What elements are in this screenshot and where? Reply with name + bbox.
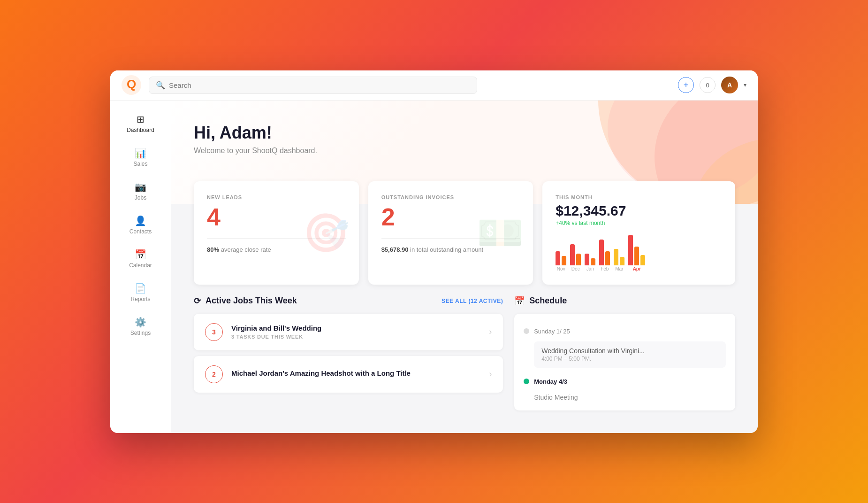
greeting-text: Hi, Adam! — [194, 123, 735, 143]
sidebar-label-reports: Reports — [130, 296, 150, 302]
gear-icon: ⚙️ — [135, 317, 146, 327]
search-input[interactable] — [169, 81, 470, 89]
schedule-event-0[interactable]: Wedding Consultation with Virgini... 4:0… — [534, 341, 726, 368]
schedule-event-1[interactable]: Studio Meeting — [534, 390, 726, 401]
job-badge-1: 2 — [205, 365, 223, 383]
user-menu-caret[interactable]: ▾ — [744, 82, 746, 88]
job-card-1[interactable]: 2 Michael Jordan's Amazing Headshot with… — [194, 356, 503, 393]
top-nav: Q 🔍 + 0 A ▾ — [110, 70, 758, 101]
sidebar-label-calendar: Calendar — [129, 262, 152, 269]
chart-label-mar: Mar — [615, 266, 623, 271]
sidebar-item-sales[interactable]: 📊 Sales — [114, 142, 167, 174]
see-all-link[interactable]: SEE ALL (12 ACTIVE) — [442, 298, 503, 304]
revenue-value: $12,345.67 — [556, 203, 722, 219]
sidebar-label-sales: Sales — [133, 161, 147, 167]
job-arrow-0: › — [489, 327, 492, 337]
chart-group-apr: Apr — [628, 235, 645, 271]
schedule-title-text: Schedule — [529, 296, 567, 306]
schedule-dot-0 — [524, 328, 529, 334]
leads-label: NEW LEADS — [207, 194, 346, 200]
schedule-date-label-0: Sunday 1/ 25 — [534, 328, 570, 335]
schedule-section-title: 📅 Schedule — [514, 296, 567, 306]
sidebar-item-calendar[interactable]: 📅 Calendar — [114, 243, 167, 275]
schedule-icon: 📅 — [514, 296, 525, 306]
cards-row: NEW LEADS 4 🎯 80% average close rate OUT… — [171, 181, 758, 285]
sidebar-label-dashboard: Dashboard — [127, 127, 154, 133]
sidebar-item-dashboard[interactable]: ⊞ Dashboard — [114, 108, 167, 140]
sidebar-item-settings[interactable]: ⚙️ Settings — [114, 311, 167, 343]
sidebar-label-jobs: Jobs — [135, 194, 146, 201]
bar-apr-2 — [634, 247, 639, 265]
chart-bars-mar — [614, 249, 624, 265]
invoices-card: OUTSTANDING INVOICES 2 💵 $5,678.90 in to… — [368, 181, 533, 285]
grid-icon: ⊞ — [137, 115, 145, 124]
bar-mar-2 — [620, 257, 624, 265]
jobs-section: ⟳ Active Jobs This Week SEE ALL (12 ACTI… — [194, 296, 503, 410]
revenue-growth: +40% vs last month — [556, 220, 722, 226]
leads-footer-text: average close rate — [221, 246, 271, 253]
bar-jan-1 — [585, 254, 589, 265]
avatar[interactable]: A — [721, 77, 738, 93]
sidebar-item-reports[interactable]: 📄 Reports — [114, 277, 167, 309]
chart-group-jan: Jan — [585, 254, 595, 271]
add-button[interactable]: + — [678, 77, 694, 93]
subtitle-text: Welcome to your ShootQ dashboard. — [194, 147, 735, 155]
schedule-event-title-0: Wedding Consultation with Virgini... — [541, 347, 718, 355]
job-sub-0: 3 TASKS DUE THIS WEEK — [231, 334, 480, 340]
svg-text:Q: Q — [127, 77, 136, 91]
sidebar: ⊞ Dashboard 📊 Sales 📷 Jobs 👤 Contacts 📅 … — [110, 101, 171, 433]
sidebar-item-jobs[interactable]: 📷 Jobs — [114, 176, 167, 208]
chart-label-jan: Jan — [586, 266, 594, 271]
bar-apr-1 — [628, 235, 633, 265]
bottom-section: ⟳ Active Jobs This Week SEE ALL (12 ACTI… — [171, 285, 758, 433]
invoices-footer-text: in total outstanding amount — [410, 246, 483, 253]
revenue-chart: Nov Dec — [556, 234, 722, 271]
job-title-0: Virginia and Bill's Wedding — [231, 324, 480, 332]
chart-bars-apr — [628, 235, 645, 265]
revenue-label: THIS MONTH — [556, 194, 722, 200]
bar-apr-3 — [640, 255, 645, 265]
revenue-card: THIS MONTH $12,345.67 +40% vs last month… — [542, 181, 735, 285]
search-bar[interactable]: 🔍 — [149, 77, 477, 94]
logo[interactable]: Q — [122, 75, 141, 95]
nav-actions: + 0 A ▾ — [678, 77, 746, 93]
jobs-section-title: ⟳ Active Jobs This Week — [194, 296, 297, 306]
bar-dec-2 — [576, 254, 581, 265]
bar-nov-1 — [556, 251, 560, 265]
bar-feb-2 — [605, 251, 610, 265]
camera-icon: 📷 — [135, 182, 146, 192]
schedule-event-title-1: Studio Meeting — [534, 394, 726, 401]
bar-jan-2 — [591, 258, 595, 265]
bar-dec-1 — [570, 244, 575, 265]
bar-feb-1 — [599, 240, 604, 265]
doc-icon: 📄 — [135, 284, 146, 293]
chart-label-apr: Apr — [633, 266, 641, 271]
bar-nov-2 — [562, 256, 566, 265]
person-icon: 👤 — [135, 216, 146, 225]
chart-bars-dec — [570, 244, 581, 265]
chart-group-feb: Feb — [599, 240, 610, 271]
notification-button[interactable]: 0 — [700, 77, 716, 93]
schedule-section-header: 📅 Schedule — [514, 296, 735, 306]
chart-icon: 📊 — [135, 148, 146, 158]
main-content: Hi, Adam! Welcome to your ShootQ dashboa… — [171, 101, 758, 433]
schedule-section: 📅 Schedule Sunday 1/ 25 Wedding Consulta… — [514, 296, 735, 410]
jobs-section-title-text: Active Jobs This Week — [206, 296, 297, 306]
invoices-label: OUTSTANDING INVOICES — [381, 194, 520, 200]
job-card-0[interactable]: 3 Virginia and Bill's Wedding 3 TASKS DU… — [194, 314, 503, 350]
sidebar-label-settings: Settings — [130, 330, 151, 336]
leads-card: NEW LEADS 4 🎯 80% average close rate — [194, 181, 359, 285]
job-arrow-1: › — [489, 369, 492, 379]
main-layout: ⊞ Dashboard 📊 Sales 📷 Jobs 👤 Contacts 📅 … — [110, 101, 758, 433]
chart-label-feb: Feb — [601, 266, 609, 271]
job-title-1: Michael Jordan's Amazing Headshot with a… — [231, 369, 480, 377]
chart-group-mar: Mar — [614, 249, 624, 271]
job-badge-0: 3 — [205, 323, 223, 341]
schedule-dot-1 — [524, 379, 529, 384]
chart-bars-feb — [599, 240, 610, 265]
schedule-date-label-1: Monday 4/3 — [534, 378, 567, 385]
sidebar-item-contacts[interactable]: 👤 Contacts — [114, 209, 167, 241]
search-icon: 🔍 — [156, 81, 165, 90]
app-container: Q 🔍 + 0 A ▾ ⊞ Dashboard 📊 Sales — [110, 70, 758, 433]
invoices-icon: 💵 — [477, 211, 524, 255]
